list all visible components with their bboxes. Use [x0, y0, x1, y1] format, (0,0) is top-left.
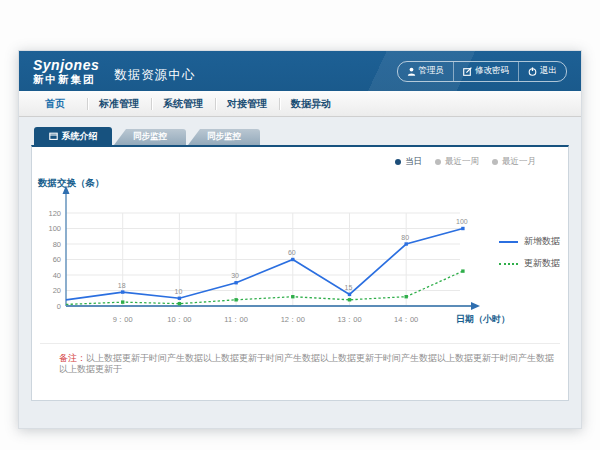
radio-dot-icon: [435, 159, 441, 165]
tab-0[interactable]: 系统介绍: [34, 127, 112, 145]
svg-text:15: 15: [345, 284, 353, 291]
tab-2[interactable]: 同步监控: [188, 129, 260, 145]
user-menu-logout[interactable]: 退出: [518, 62, 566, 81]
chart-panel: 当日最近一周最近一月 0204060801001209：0010：0011：00…: [31, 145, 569, 401]
svg-text:80: 80: [53, 240, 61, 249]
radio-dot-icon: [492, 159, 498, 165]
user-menu-label: 退出: [540, 65, 557, 77]
svg-text:10：00: 10：00: [167, 315, 191, 324]
tab-doc-icon: [49, 132, 58, 141]
user-menu-edit[interactable]: 修改密码: [453, 62, 518, 81]
range-option[interactable]: 当日: [395, 156, 422, 168]
svg-text:100: 100: [48, 224, 61, 233]
brand-logo-text: Synjones: [33, 58, 99, 72]
svg-text:80: 80: [401, 234, 409, 241]
legend-line-icon: [499, 263, 518, 265]
footnote: 备注：以上数据更新于时间产生数据以上数据更新于时间产生数据以上数据更新于时间产生…: [59, 353, 558, 376]
svg-text:9：00: 9：00: [113, 315, 133, 324]
user-menu-label: 修改密码: [475, 65, 509, 77]
range-selector: 当日最近一周最近一月: [395, 156, 536, 168]
footnote-label: 备注：: [59, 353, 86, 363]
svg-text:100: 100: [456, 218, 468, 225]
legend-label: 更新数据: [524, 257, 560, 270]
exchange-line-chart: 0204060801001209：0010：0011：0012：0013：001…: [32, 173, 568, 331]
legend-item: 更新数据: [499, 257, 560, 270]
legend-line-icon: [499, 241, 518, 243]
tab-bar: 系统介绍同步监控同步监控: [34, 127, 569, 145]
svg-text:13：00: 13：00: [337, 315, 361, 324]
svg-text:60: 60: [288, 249, 296, 256]
svg-text:120: 120: [48, 209, 61, 218]
svg-text:日期（小时）: 日期（小时）: [456, 314, 510, 324]
logout-icon: [528, 67, 537, 76]
app-title: 数据资源中心: [114, 59, 195, 84]
user-menu: 管理员修改密码退出: [397, 61, 568, 82]
svg-text:11：00: 11：00: [224, 315, 248, 324]
note-divider: [40, 343, 560, 344]
svg-text:30: 30: [231, 272, 239, 279]
radio-dot-icon: [395, 159, 401, 165]
nav-item[interactable]: 对接管理: [215, 92, 279, 116]
svg-text:20: 20: [53, 286, 61, 295]
range-option-label: 当日: [405, 156, 422, 168]
svg-text:60: 60: [53, 255, 61, 264]
content-area: 系统介绍同步监控同步监控 当日最近一周最近一月 0204060801001209…: [19, 117, 581, 401]
range-option-label: 最近一月: [502, 156, 536, 168]
app-window: Synjones 新中新集团 数据资源中心 管理员修改密码退出 首页标准管理系统…: [18, 50, 582, 429]
nav-item[interactable]: 系统管理: [151, 92, 215, 116]
svg-text:12：00: 12：00: [281, 315, 305, 324]
tab-label: 同步监控: [207, 131, 241, 143]
nav-item[interactable]: 数据异动: [279, 92, 343, 116]
tab-label: 系统介绍: [62, 130, 98, 143]
range-option[interactable]: 最近一月: [492, 156, 536, 168]
user-menu-user[interactable]: 管理员: [398, 62, 454, 81]
edit-icon: [463, 67, 472, 76]
legend-label: 新增数据: [524, 235, 560, 248]
tab-1[interactable]: 同步监控: [114, 129, 186, 145]
app-header: Synjones 新中新集团 数据资源中心 管理员修改密码退出: [19, 51, 581, 91]
brand-logo-subtext: 新中新集团: [33, 74, 99, 85]
footnote-text: 以上数据更新于时间产生数据以上数据更新于时间产生数据以上数据更新于时间产生数据以…: [59, 353, 554, 374]
user-menu-label: 管理员: [419, 65, 445, 77]
brand-logo[interactable]: Synjones 新中新集团: [33, 58, 99, 85]
chart-legend: 新增数据更新数据: [499, 235, 560, 270]
svg-text:40: 40: [53, 271, 61, 280]
svg-text:10: 10: [175, 288, 183, 295]
range-option-label: 最近一周: [445, 156, 479, 168]
legend-item: 新增数据: [499, 235, 560, 248]
nav-item[interactable]: 首页: [23, 92, 87, 116]
svg-text:数据交换（条）: 数据交换（条）: [37, 177, 105, 189]
svg-text:0: 0: [57, 302, 61, 311]
svg-text:14：00: 14：00: [394, 315, 418, 324]
user-icon: [407, 67, 416, 76]
svg-text:18: 18: [118, 282, 126, 289]
tab-label: 同步监控: [133, 131, 167, 143]
range-option[interactable]: 最近一周: [435, 156, 479, 168]
main-nav: 首页标准管理系统管理对接管理数据异动: [19, 91, 581, 117]
nav-item[interactable]: 标准管理: [87, 92, 151, 116]
